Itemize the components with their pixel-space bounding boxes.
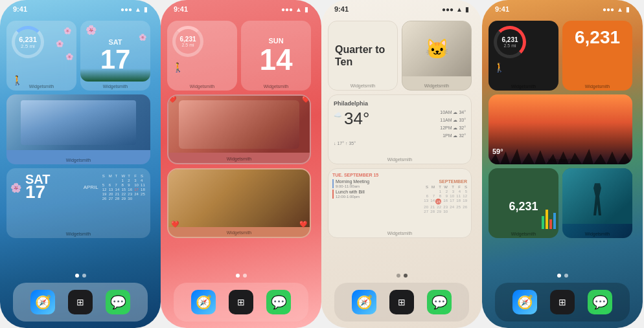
status-bar-3: 9:41 ●●● ▲ ▮	[321, 5, 482, 13]
activity-widget[interactable]: 6,231 2.5 mi 🚶 Widgetsmith	[489, 21, 558, 91]
cd2	[429, 190, 435, 193]
wifi-icon: ▲	[135, 6, 141, 13]
cd16: 14	[429, 199, 435, 204]
full-calendar-widget[interactable]: 🌸 SAT 17 APRIL SMTWTFS 1234 567891011 12…	[6, 168, 150, 238]
cat-label: Widgetsmith	[402, 83, 471, 88]
cal-grid-mini: SMTWTFS 1234 567891011 12131415161718 19…	[102, 174, 146, 201]
dock-1: 🧭 ⊞ 💬	[13, 283, 148, 322]
couple-photo-img	[168, 96, 310, 153]
cd8: 6	[422, 194, 428, 198]
date-widget-2[interactable]: SUN 14 Widgetsmith	[241, 21, 311, 91]
status-time-1: 9:41	[13, 5, 27, 13]
landscape-decoration	[80, 69, 150, 82]
signal-icon-3: ●●●	[442, 6, 454, 13]
safari-icon-3[interactable]: 🧭	[352, 290, 376, 314]
cs5: T	[448, 185, 454, 189]
blossom-cal2: 🌸	[139, 34, 146, 41]
d14: 11	[141, 183, 146, 187]
cal-h-t: T	[115, 174, 121, 178]
activity-mi: 2.5 mi	[501, 43, 518, 48]
girls-label: Widgetsmith	[168, 230, 310, 235]
d30: 27	[109, 197, 115, 201]
d9: 6	[109, 183, 115, 187]
safari-icon-1[interactable]: 🧭	[30, 290, 55, 314]
safari-icon-2[interactable]: 🧭	[191, 290, 216, 314]
d31: 28	[115, 197, 121, 201]
home-icon-2[interactable]: ⊞	[229, 290, 253, 314]
cal-events-list: Morning Meeting9:00-11:00am Lunch with B…	[332, 179, 420, 213]
calendar-widget-1[interactable]: 🌸 🌸 SAT 17 Widgetsmith	[80, 21, 150, 91]
messages-icon-3[interactable]: 💬	[427, 290, 452, 314]
d3	[115, 179, 121, 182]
cd20: 18	[455, 199, 461, 204]
d26: 23	[128, 192, 133, 196]
battery-icon-2: ▮	[305, 6, 308, 13]
girls-photo-widget[interactable]: ❤️ ❤️ Widgetsmith	[167, 168, 311, 238]
teal-photo	[562, 168, 632, 224]
cd18: 16	[442, 199, 448, 204]
blossom-cal: 🌸	[86, 25, 97, 35]
weather-cloud-icon: ☁️	[334, 111, 341, 118]
steps-num-2: 6,231	[179, 36, 196, 43]
teal-photo-label: Widgetsmith	[562, 232, 632, 236]
widget-row-4-3: 6,231 Widgetsmith Widgetsmith	[489, 168, 636, 238]
widget-area-2: 6,231 2.5 mi 🚶 Widgetsmith SUN 14 Widget…	[167, 21, 315, 276]
d11: 8	[121, 183, 127, 187]
widget-row-1-1: 6,231 2.5 mi 🚶 🌸 🌸 🌸 Widgetsmith 🌸 🌸	[6, 21, 154, 91]
number-green-widget[interactable]: 6,231 Widgetsmith	[489, 168, 558, 238]
home-icon-1[interactable]: ⊞	[68, 290, 93, 314]
messages-icon-4[interactable]: 💬	[588, 290, 612, 314]
event-1: Morning Meeting9:00-11:00am	[332, 179, 420, 188]
d28: 25	[141, 192, 146, 196]
steps-widget-1[interactable]: 6,231 2.5 mi 🚶 🌸 🌸 🌸 Widgetsmith	[6, 21, 76, 91]
couple-photo-widget[interactable]: ❤️ ❤️ Widgetsmith	[167, 94, 311, 164]
page-dots-4	[482, 274, 643, 278]
d12: 9	[128, 183, 133, 187]
calendar-events-widget[interactable]: TUE. SEPTEMBER 15 Morning Meeting9:00-11…	[328, 168, 472, 238]
clock-text: Quarter to Ten	[335, 43, 391, 68]
messages-icon-2[interactable]: 💬	[266, 290, 291, 314]
clock-widget[interactable]: Quarter to Ten Widgetsmith	[328, 21, 398, 91]
cs2: M	[429, 185, 435, 189]
cs4: W	[442, 185, 448, 189]
bar-2	[546, 210, 548, 229]
widget-row-2-3: ❤️ ❤️ Widgetsmith	[167, 168, 315, 238]
home-icon-4[interactable]: ⊞	[550, 290, 575, 314]
d15: 12	[102, 188, 108, 191]
blossom-1: 🌸	[63, 27, 71, 34]
widget-row-4-2: 59° Widgetsmith	[489, 94, 636, 164]
activity-steps: 6,231	[501, 36, 518, 43]
walk-icon-2: 🚶	[172, 62, 232, 72]
d5: 2	[128, 179, 133, 182]
status-icons-1: ●●● ▲ ▮	[121, 6, 148, 13]
teal-photo-widget[interactable]: Widgetsmith	[562, 168, 632, 238]
dot-3-2	[404, 274, 408, 278]
number-orange-widget[interactable]: 6,231 Widgetsmith	[562, 21, 632, 91]
heart-girls-2: ❤️	[299, 221, 307, 228]
sunset-widget[interactable]: 59° Widgetsmith	[489, 94, 632, 164]
wifi-icon-2: ▲	[295, 6, 302, 13]
forecast-1: 10AM ☁ 34°	[372, 109, 466, 116]
cd19: 17	[448, 199, 454, 204]
status-icons-4: ●●● ▲ ▮	[603, 6, 630, 13]
d6: 3	[134, 179, 140, 182]
d18: 15	[121, 188, 127, 191]
dot-2-1	[236, 274, 240, 278]
weather-range: ↓ 17° ↑ 35°	[334, 141, 466, 146]
photo-widget-1[interactable]: Widgetsmith	[6, 94, 150, 164]
cd14: 12	[461, 194, 467, 198]
cd3: 1	[435, 190, 441, 193]
home-icon-3[interactable]: ⊞	[389, 290, 414, 314]
d10: 7	[115, 183, 121, 187]
dot-1-1	[75, 274, 79, 278]
bar-3	[549, 219, 552, 229]
weather-temp: 34°	[344, 109, 369, 129]
messages-icon-1[interactable]: 💬	[106, 290, 130, 314]
page-dots-1	[0, 274, 161, 278]
cat-widget[interactable]: 🐱 Widgetsmith	[402, 21, 472, 91]
safari-icon-4[interactable]: 🧭	[512, 290, 537, 314]
sunset-temp: 59°	[492, 148, 503, 155]
weather-widget[interactable]: Philadelphia ☁️ 34° 10AM ☁ 34° 11AM ☁ 33…	[328, 94, 472, 164]
steps-widget-2[interactable]: 6,231 2.5 mi 🚶 Widgetsmith	[167, 21, 237, 91]
dot-4-2	[564, 274, 568, 278]
